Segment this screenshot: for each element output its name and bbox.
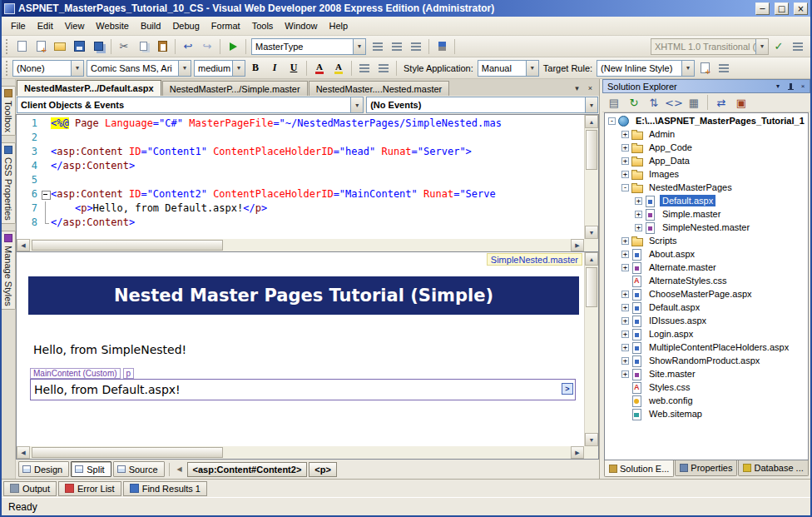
new-style-button[interactable]	[696, 60, 714, 77]
content-region[interactable]: Hello, from Default.aspx! >	[30, 379, 576, 400]
tree-item-choosemasterpage-aspx[interactable]: +ChooseMasterPage.aspx	[605, 287, 808, 301]
paste-button[interactable]	[153, 38, 171, 55]
scrollbar-thumb[interactable]	[586, 130, 597, 170]
expander-plus-icon[interactable]: +	[621, 357, 629, 365]
menu-window[interactable]: Window	[279, 18, 323, 33]
output-tab[interactable]: Output	[3, 481, 57, 496]
close-document-icon[interactable]: ×	[584, 82, 597, 94]
doc-tab-nestedmaster-nested-master[interactable]: NestedMaster....Nested.master	[309, 81, 450, 96]
expander-plus-icon[interactable]: +	[621, 131, 629, 138]
chevron-down-icon[interactable]: ▾	[353, 39, 365, 54]
minimize-button[interactable]: −	[755, 2, 770, 15]
chevron-down-icon[interactable]: ▾	[681, 61, 694, 76]
expander-plus-icon[interactable]: +	[621, 344, 629, 351]
scroll-left-icon[interactable]: ◀	[17, 239, 30, 251]
tree-item-app-data[interactable]: +App_Data	[605, 154, 808, 167]
close-panel-icon[interactable]: ×	[797, 81, 809, 92]
manage-styles-button[interactable]	[715, 60, 733, 77]
scroll-down-icon[interactable]: ▼	[585, 433, 598, 446]
window-position-icon[interactable]: ▾	[772, 81, 784, 92]
tag-nav-asp-content[interactable]: <asp:Content#Content2>	[187, 462, 308, 477]
underline-button[interactable]: U	[285, 60, 303, 77]
side-tab-manage-styles[interactable]: Manage Styles	[2, 231, 16, 310]
bullet-list-button[interactable]	[355, 60, 374, 77]
menu-tools[interactable]: Tools	[246, 18, 280, 33]
toolbar-grip[interactable]	[6, 39, 8, 54]
code-text[interactable]	[51, 173, 584, 187]
comment-selection-button[interactable]	[388, 38, 406, 55]
fold-collapse-icon[interactable]	[40, 187, 51, 201]
expander-plus-icon[interactable]: +	[621, 237, 629, 245]
doc-tab-nestedmasterp-simple-master[interactable]: NestedMasterP.../Simple.master	[162, 81, 308, 96]
menu-edit[interactable]: Edit	[32, 18, 59, 33]
tree-item-idissues-aspx[interactable]: +IDIssues.aspx	[605, 314, 808, 327]
menu-debug[interactable]: Debug	[166, 18, 205, 33]
expander-plus-icon[interactable]: +	[621, 251, 629, 258]
expander-plus-icon[interactable]: +	[621, 157, 629, 165]
chevron-down-icon[interactable]: ▾	[71, 61, 83, 76]
menu-website[interactable]: Website	[90, 18, 135, 33]
design-view-button[interactable]: Design	[18, 461, 69, 477]
solution-explorer-tab[interactable]: Solution E...	[604, 460, 674, 477]
chevron-down-icon[interactable]: ▾	[585, 97, 597, 112]
tree-item-simplenested-master[interactable]: +SimpleNested.master	[605, 221, 808, 234]
copy-web-site-button[interactable]: ⇄	[712, 94, 730, 111]
object-dropdown[interactable]: Client Objects & Events ▾	[17, 97, 364, 113]
maximize-button[interactable]: □	[775, 2, 789, 15]
tag-nav-p[interactable]: <p>	[309, 462, 337, 477]
target-rule-combo[interactable]: (New Inline Style) ▾	[597, 60, 695, 77]
tree-item-about-aspx[interactable]: +About.aspx	[605, 247, 808, 261]
scroll-down-icon[interactable]: ▼	[585, 226, 598, 239]
scroll-up-icon[interactable]: ▲	[585, 252, 598, 266]
tree-item-scripts[interactable]: +Scripts	[605, 234, 808, 247]
tree-item-login-aspx[interactable]: +Login.aspx	[605, 327, 808, 341]
expander-minus-icon[interactable]: -	[621, 184, 629, 191]
code-text[interactable]: <%@ Page Language="C#" MasterPageFile="~…	[51, 117, 584, 131]
tree-item-alternate-master[interactable]: +Alternate.master	[605, 261, 808, 274]
font-color-button[interactable]: A	[310, 60, 329, 77]
expander-plus-icon[interactable]: +	[621, 317, 629, 325]
scrollbar-thumb[interactable]	[32, 240, 223, 251]
scrollbar-track[interactable]	[585, 266, 598, 433]
toolbar-grip[interactable]	[6, 61, 8, 76]
tree-item-images[interactable]: +Images	[605, 167, 808, 181]
code-text[interactable]	[51, 131, 584, 145]
source-vertical-scrollbar[interactable]: ▲ ▼	[584, 115, 598, 239]
style-application-combo[interactable]: Manual ▾	[478, 60, 539, 77]
find-in-files-button[interactable]	[369, 38, 387, 55]
chevron-down-icon[interactable]: ▾	[178, 61, 191, 76]
active-files-dropdown-icon[interactable]: ▾	[571, 82, 583, 94]
copy-button[interactable]	[134, 38, 152, 55]
expander-plus-icon[interactable]: +	[635, 211, 642, 218]
side-tab-toolbox[interactable]: Toolbox	[2, 86, 16, 136]
validation-options-button[interactable]	[789, 38, 807, 55]
menu-format[interactable]: Format	[205, 18, 246, 33]
scrollbar-thumb[interactable]	[32, 447, 223, 458]
properties-tab[interactable]: Properties	[675, 460, 737, 476]
scrollbar-track[interactable]	[30, 239, 571, 251]
font-size-combo[interactable]: medium ▾	[194, 60, 245, 77]
tree-item-default-aspx[interactable]: +Default.aspx	[605, 194, 808, 207]
refresh-button[interactable]: ↻	[625, 94, 643, 111]
chevron-down-icon[interactable]: ▾	[350, 97, 363, 112]
event-dropdown[interactable]: (No Events) ▾	[366, 97, 598, 113]
menu-file[interactable]: File	[5, 18, 32, 33]
scroll-right-icon[interactable]: ▶	[571, 239, 584, 251]
expander-plus-icon[interactable]: +	[635, 224, 642, 231]
uncomment-selection-button[interactable]	[407, 38, 425, 55]
cut-button[interactable]: ✂	[115, 38, 133, 55]
open-file-button[interactable]	[51, 38, 69, 55]
highlight-color-button[interactable]: A	[329, 60, 348, 77]
menu-view[interactable]: View	[59, 18, 91, 33]
tree-item-default-aspx[interactable]: +Default.aspx	[605, 301, 808, 314]
scroll-right-icon[interactable]: ▶	[571, 446, 584, 459]
smart-tag-button[interactable]: >	[562, 383, 573, 395]
tree-item-e-aspnet-masterpages-tutorial-1[interactable]: -E:\...\ASPNET_MasterPages_Tutorial_1	[605, 114, 808, 127]
source-horizontal-scr0llbar[interactable]: ◀ ▶	[16, 239, 599, 251]
design-horizontal-scrollbar[interactable]: ◀ ▶	[16, 446, 599, 459]
numbered-list-button[interactable]	[374, 60, 393, 77]
new-web-site-button[interactable]	[12, 38, 31, 55]
code-text[interactable]: </asp:Content>	[51, 159, 584, 173]
expander-plus-icon[interactable]: +	[621, 331, 629, 338]
expander-plus-icon[interactable]: +	[621, 144, 629, 152]
